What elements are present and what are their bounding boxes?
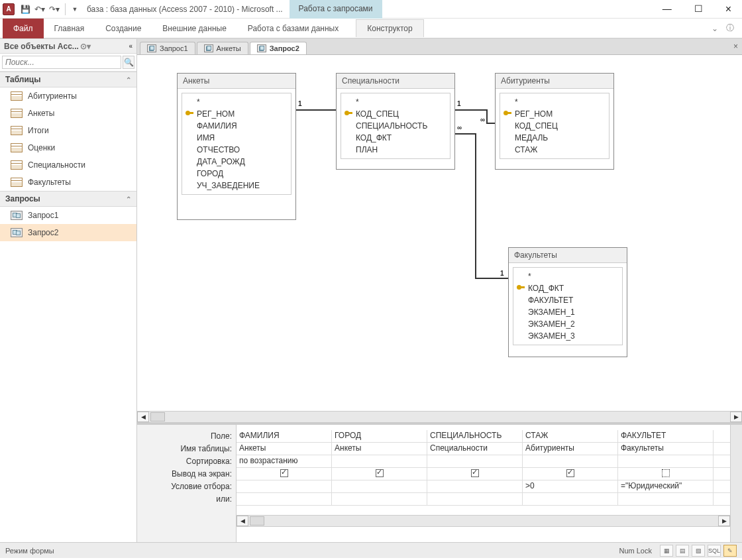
save-icon[interactable]: 💾 [19,3,32,16]
minimize-icon[interactable]: — [662,3,672,15]
field-item[interactable]: РЕГ_НОМ [502,108,608,120]
tab-close-icon[interactable]: × [733,42,738,51]
scroll-right-icon[interactable]: ▶ [730,412,742,422]
grid-vertical-scrollbar[interactable] [730,425,742,542]
scroll-left-icon[interactable]: ◀ [137,412,149,422]
nav-item[interactable]: Запрос1 [0,207,136,224]
nav-item[interactable]: Факультеты [0,174,136,191]
field-list[interactable]: *КОД_СПЕЦСПЕЦИАЛЬНОСТЬКОД_ФКТПЛАН [341,93,450,159]
grid-cell[interactable]: Факультеты [618,443,714,455]
qat-customize-icon[interactable]: ▼ [68,3,81,16]
scroll-left-icon[interactable]: ◀ [237,516,248,526]
field-item[interactable]: КОД_ФКТ [515,282,621,294]
grid-cell[interactable] [618,455,714,467]
grid-cell[interactable]: по возрастанию [237,455,332,467]
ribbon-tab[interactable]: Внешние данные [152,20,237,37]
table-box[interactable]: Абитуриенты*РЕГ_НОМКОД_СПЕЦМЕДАЛЬСТАЖ [495,73,614,170]
grid-cell[interactable]: ФАМИЛИЯ [237,430,332,442]
view-sql-icon[interactable]: SQL [708,545,721,557]
table-title[interactable]: Анкеты [178,74,295,89]
grid-cell[interactable]: ="Юридический" [618,480,714,492]
grid-scrollbar[interactable]: ◀▶ [237,515,730,527]
undo-icon[interactable]: ↶▾ [33,3,46,16]
grid-cell[interactable] [427,480,523,492]
table-title[interactable]: Факультеты [509,248,627,263]
nav-item[interactable]: Оценки [0,139,136,156]
close-icon[interactable]: × [725,3,731,15]
field-item[interactable]: КОД_СПЕЦ [502,120,608,132]
grid-cell[interactable] [332,493,427,505]
field-all[interactable]: * [184,96,290,108]
field-all[interactable]: * [343,96,449,108]
document-tab[interactable]: Запрос2 [250,42,307,54]
grid-cell[interactable] [237,480,332,492]
grid-cell[interactable] [237,468,332,480]
grid-cell[interactable] [332,480,427,492]
grid-cell[interactable] [427,468,523,480]
ribbon-tab[interactable]: Создание [95,20,152,37]
grid-cell[interactable]: Анкеты [332,443,427,455]
checkbox-icon[interactable] [471,469,479,477]
field-all[interactable]: * [502,96,608,108]
grid-cell[interactable]: Специальности [427,443,523,455]
ribbon-tab-design[interactable]: Конструктор [356,19,423,37]
nav-item[interactable]: Анкеты [0,105,136,122]
nav-item[interactable]: Итоги [0,122,136,139]
field-item[interactable]: ИМЯ [184,132,290,144]
field-item[interactable]: ГОРОД [184,168,290,180]
field-item[interactable]: ДАТА_РОЖД [184,156,290,168]
field-item[interactable]: РЕГ_НОМ [184,108,290,120]
table-box[interactable]: Специальности*КОД_СПЕЦСПЕЦИАЛЬНОСТЬКОД_Ф… [336,73,455,170]
document-tab[interactable]: Анкеты [197,42,248,54]
grid-cell[interactable]: Абитуриенты [523,443,618,455]
nav-item[interactable]: Запрос2 [0,224,136,241]
field-item[interactable]: ЭКЗАМЕН_3 [515,330,621,342]
view-chart-icon[interactable]: ▧ [692,545,705,557]
query-designer[interactable]: 1 1 ∞ ∞ 1 Анкеты*РЕГ_НОМФАМИЛИЯИМЯОТЧЕСТ… [137,55,742,411]
grid-cell[interactable] [427,493,523,505]
checkbox-icon[interactable] [662,469,670,477]
view-datasheet-icon[interactable]: ▦ [660,545,673,557]
help-icon[interactable]: ⓘ [726,23,734,34]
search-input[interactable] [2,56,121,69]
grid-cell[interactable] [618,468,714,480]
checkbox-icon[interactable] [280,469,288,477]
field-item[interactable]: УЧ_ЗАВЕДЕНИЕ [184,180,290,192]
grid-cell[interactable]: СТАЖ [523,430,618,442]
view-pivot-icon[interactable]: ▤ [676,545,689,557]
field-item[interactable]: КОД_ФКТ [343,132,449,144]
redo-icon[interactable]: ↷▾ [48,3,61,16]
grid-cell[interactable] [427,455,523,467]
table-title[interactable]: Специальности [337,74,454,89]
ribbon-tab[interactable]: Работа с базами данных [237,20,349,37]
grid-cell[interactable]: Анкеты [237,443,332,455]
nav-header[interactable]: Все объекты Acc... ⊙▾ « [0,39,136,54]
field-all[interactable]: * [515,270,621,282]
field-item[interactable]: ПЛАН [343,144,449,156]
file-tab[interactable]: Файл [3,19,44,38]
grid-columns[interactable]: ФАМИЛИЯГОРОДСПЕЦИАЛЬНОСТЬСТАЖФАКУЛЬТЕТАн… [237,425,730,542]
field-item[interactable]: СПЕЦИАЛЬНОСТЬ [343,120,449,132]
scroll-right-icon[interactable]: ▶ [718,516,730,526]
field-item[interactable]: КОД_СПЕЦ [343,108,449,120]
field-list[interactable]: *КОД_ФКТФАКУЛЬТЕТЭКЗАМЕН_1ЭКЗАМЕН_2ЭКЗАМ… [513,267,623,345]
checkbox-icon[interactable] [566,469,574,477]
table-title[interactable]: Абитуриенты [496,74,613,89]
scroll-thumb[interactable] [250,516,264,526]
maximize-icon[interactable]: ☐ [694,3,703,15]
nav-group-header[interactable]: Запросы⌃ [0,191,136,207]
grid-cell[interactable]: ФАКУЛЬТЕТ [618,430,714,442]
field-item[interactable]: ЭКЗАМЕН_2 [515,318,621,330]
view-design-icon[interactable]: ✎ [723,545,737,557]
nav-item[interactable]: Абитуриенты [0,87,136,105]
grid-cell[interactable] [618,493,714,505]
field-list[interactable]: *РЕГ_НОМКОД_СПЕЦМЕДАЛЬСТАЖ [500,93,610,159]
grid-cell[interactable] [523,493,618,505]
grid-cell[interactable] [523,455,618,467]
table-box[interactable]: Анкеты*РЕГ_НОМФАМИЛИЯИМЯОТЧЕСТВОДАТА_РОЖ… [177,73,296,220]
search-icon[interactable]: 🔍 [123,56,134,69]
table-box[interactable]: Факультеты*КОД_ФКТФАКУЛЬТЕТЭКЗАМЕН_1ЭКЗА… [508,247,627,357]
grid-cell[interactable] [237,493,332,505]
nav-group-header[interactable]: Таблицы⌃ [0,72,136,87]
grid-cell[interactable]: >0 [523,480,618,492]
